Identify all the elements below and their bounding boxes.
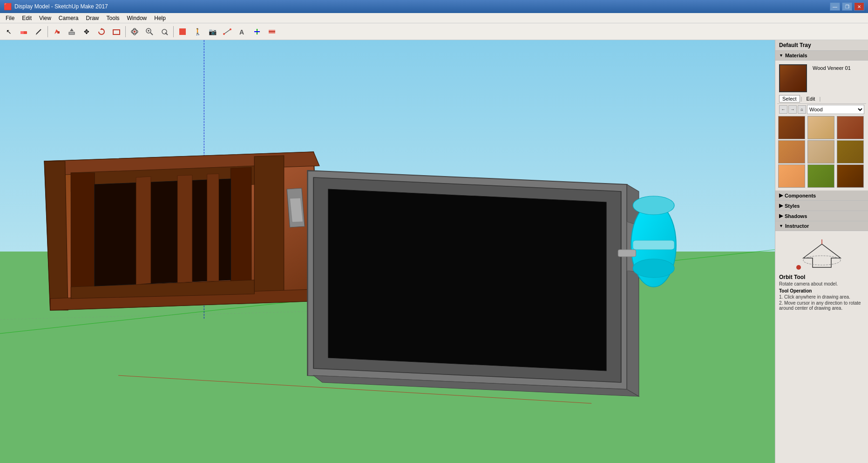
instructor-operation-title: Tool Operation — [779, 288, 864, 293]
svg-line-2 — [36, 29, 41, 34]
menu-window[interactable]: Window — [123, 14, 151, 22]
instructor-op-1: 1. Click anywhere in drawing area. — [779, 294, 864, 300]
right-panel: Default Tray ▼ Materials Wood Veneer 01 … — [775, 40, 868, 463]
section-btn[interactable] — [265, 25, 279, 39]
svg-marker-41 — [231, 167, 251, 292]
nav-forward-btn[interactable]: → — [788, 105, 797, 114]
select-tool-btn[interactable]: ↖ — [2, 25, 16, 39]
eraser-tool-btn[interactable] — [17, 25, 31, 39]
instructor-op-2: 2. Move cursor in any direction to rotat… — [779, 300, 864, 311]
swatch-6[interactable] — [837, 140, 864, 163]
title-text: Display Model - SketchUp Make 2017 — [14, 3, 108, 10]
shadows-section-header[interactable]: ▶ Shadows — [775, 211, 868, 221]
tape-btn[interactable] — [220, 25, 234, 39]
3d-scene — [0, 40, 775, 463]
shadows-label: Shadows — [785, 213, 807, 219]
edit-tab[interactable]: Edit — [803, 95, 818, 102]
instructor-label: Instructor — [785, 223, 809, 229]
instructor-tool-desc: Rotate camera about model. — [779, 281, 864, 286]
orbit-tool-btn[interactable] — [128, 25, 142, 39]
current-material-preview — [779, 64, 807, 92]
materials-section-header[interactable]: ▼ Materials — [775, 51, 868, 61]
swatch-8[interactable] — [807, 164, 834, 188]
material-nav: ← → ⌂ Wood Metal Stone Glass — [777, 104, 866, 115]
svg-point-23 — [223, 33, 225, 35]
svg-point-24 — [230, 28, 231, 30]
viewport[interactable] — [0, 40, 775, 463]
menu-edit[interactable]: Edit — [18, 14, 35, 22]
titlebar: 🟥 Display Model - SketchUp Make 2017 — ❐… — [0, 0, 868, 13]
svg-marker-40 — [71, 173, 95, 299]
svg-rect-58 — [633, 240, 674, 250]
zoom-extents-btn[interactable] — [157, 25, 171, 39]
nav-back-btn[interactable]: ← — [779, 105, 787, 114]
svg-marker-48 — [290, 198, 303, 222]
rectangle-tool-btn[interactable] — [109, 25, 123, 39]
menu-draw[interactable]: Draw — [82, 14, 103, 22]
svg-rect-4 — [57, 31, 60, 34]
rotate-tool-btn[interactable] — [95, 25, 108, 39]
walkthrough-btn[interactable]: 🚶 — [190, 25, 204, 39]
swatch-5[interactable] — [807, 140, 834, 163]
zoom-tool-btn[interactable] — [142, 25, 156, 39]
svg-rect-1 — [20, 31, 24, 34]
minimize-button[interactable]: — — [830, 2, 840, 11]
svg-point-57 — [633, 259, 674, 278]
swatch-9[interactable] — [837, 164, 864, 188]
swatch-1[interactable] — [778, 116, 805, 139]
styles-arrow-icon: ▶ — [779, 203, 783, 209]
svg-marker-37 — [254, 156, 284, 295]
svg-marker-51 — [328, 189, 606, 371]
app-icon: 🟥 — [4, 3, 12, 10]
close-button[interactable]: ✕ — [854, 2, 864, 11]
svg-marker-45 — [177, 175, 192, 283]
menu-camera[interactable]: Camera — [55, 14, 82, 22]
maximize-button[interactable]: ❐ — [842, 2, 852, 11]
pencil-tool-btn[interactable] — [32, 25, 46, 39]
pushpull-tool-btn[interactable] — [65, 25, 79, 39]
paint-tool-btn[interactable] — [50, 25, 64, 39]
sep1 — [47, 26, 48, 37]
menu-file[interactable]: File — [2, 14, 18, 22]
swatch-4[interactable] — [778, 140, 805, 163]
instructor-illustration — [779, 235, 864, 272]
svg-rect-59 — [618, 250, 636, 257]
styles-section-header[interactable]: ▶ Styles — [775, 201, 868, 211]
components-btn[interactable] — [176, 25, 190, 39]
swatch-2[interactable] — [807, 116, 834, 139]
svg-rect-8 — [113, 30, 120, 34]
components-section-header[interactable]: ▶ Components — [775, 191, 868, 201]
tray-header: Default Tray — [775, 40, 868, 51]
materials-arrow-icon: ▼ — [779, 53, 783, 58]
svg-rect-20 — [179, 32, 183, 35]
text-btn[interactable]: A — [235, 25, 249, 39]
svg-marker-46 — [207, 174, 219, 281]
material-tabs: Select | Edit | — [777, 94, 866, 104]
styles-label: Styles — [785, 203, 800, 209]
material-category-dropdown[interactable]: Wood Metal Stone Glass — [807, 105, 864, 114]
components-arrow-icon: ▶ — [779, 192, 783, 198]
tab-sep2: | — [819, 96, 821, 102]
menu-tools[interactable]: Tools — [103, 14, 123, 22]
nav-home-btn[interactable]: ⌂ — [798, 105, 806, 114]
svg-text:A: A — [239, 28, 244, 36]
svg-marker-36 — [44, 161, 68, 310]
sep3 — [173, 26, 174, 37]
svg-marker-6 — [70, 28, 74, 31]
svg-point-11 — [134, 31, 136, 33]
instructor-section-header[interactable]: ▼ Instructor — [775, 221, 868, 231]
swatch-3[interactable] — [837, 116, 864, 139]
camera-btn[interactable]: 📷 — [205, 25, 219, 39]
titlebar-left: 🟥 Display Model - SketchUp Make 2017 — [4, 3, 108, 10]
menu-help[interactable]: Help — [150, 14, 170, 22]
svg-rect-5 — [69, 32, 75, 34]
select-tab[interactable]: Select — [779, 95, 800, 102]
axes-btn[interactable] — [250, 25, 264, 39]
shadows-arrow-icon: ▶ — [779, 213, 783, 219]
menu-view[interactable]: View — [35, 14, 55, 22]
move-tool-btn[interactable]: ✥ — [80, 25, 94, 39]
svg-line-22 — [224, 29, 231, 34]
swatch-7[interactable] — [778, 164, 805, 188]
titlebar-controls: — ❐ ✕ — [830, 2, 864, 11]
svg-point-56 — [633, 196, 674, 215]
